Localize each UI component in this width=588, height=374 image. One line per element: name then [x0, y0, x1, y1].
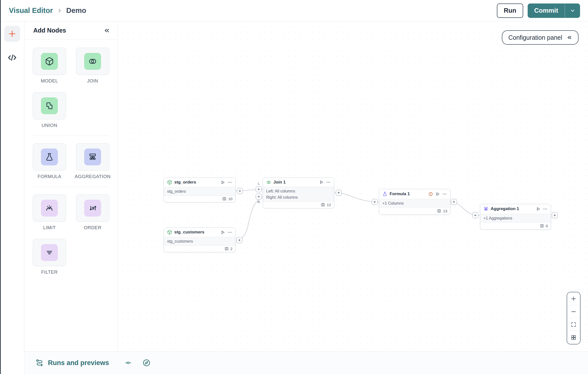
node-footer: 0	[480, 223, 551, 229]
palette-divider	[33, 187, 109, 187]
runs-and-previews-button[interactable]: Runs and previews	[35, 358, 109, 367]
node-play-button[interactable]	[220, 180, 225, 185]
input-handle-formula[interactable]	[372, 199, 378, 205]
output-handle-aggregation[interactable]	[552, 212, 558, 218]
node-aggregation-1[interactable]: Aggregation 1 +1 Aggregations 0	[480, 204, 551, 230]
input-handle-join-right[interactable]	[256, 194, 262, 200]
node-title: stg_orders	[174, 180, 196, 185]
column-count: 10	[228, 197, 232, 201]
palette-item-formula[interactable]: FORMULA	[33, 143, 66, 179]
palette-item-filter[interactable]: FILTER	[33, 239, 66, 275]
add-nodes-header: Add Nodes	[24, 21, 117, 40]
commit-node-button[interactable]	[124, 359, 132, 367]
node-menu-button[interactable]	[227, 180, 232, 185]
palette-item-label: ORDER	[84, 225, 102, 230]
node-footer: 12	[263, 202, 334, 208]
zoom-in-button[interactable]	[567, 292, 580, 305]
columns-icon	[437, 209, 441, 213]
node-body: Left: All columns Right: All columns	[263, 187, 334, 202]
commit-dropdown-button[interactable]	[565, 3, 580, 18]
node-stg-customers[interactable]: stg_customers stg_customers 2	[164, 227, 236, 252]
node-header: Join 1	[263, 178, 334, 187]
minimap-button[interactable]	[567, 331, 580, 344]
node-footer: 2	[164, 246, 235, 252]
bottom-bar: Runs and previews	[24, 351, 588, 374]
add-nodes-body: MODEL JOIN UNION FORMULA	[24, 40, 117, 275]
hierarchy-icon	[84, 149, 101, 165]
node-header: stg_orders	[164, 178, 235, 187]
node-menu-button[interactable]	[326, 180, 331, 185]
node-stg-orders[interactable]: stg_orders stg_orders 10	[164, 178, 236, 202]
git-commit-icon	[124, 359, 132, 367]
gauge-icon	[41, 200, 58, 217]
plus-icon	[570, 296, 577, 302]
output-handle-stg-orders[interactable]	[237, 188, 243, 194]
node-header: Formula 1	[379, 189, 450, 199]
minus-icon	[570, 308, 577, 315]
plus-icon	[8, 29, 17, 38]
columns-icon	[321, 203, 325, 207]
node-play-button[interactable]	[435, 192, 440, 196]
node-menu-button[interactable]	[227, 230, 232, 235]
breadcrumb-page-title: Demo	[66, 6, 86, 15]
node-footer: 13	[379, 208, 450, 215]
palette-group-refine: LIMIT ORDER FILTER	[33, 194, 109, 275]
venn-icon	[84, 53, 101, 70]
palette-item-label: AGGREGATION	[75, 174, 110, 179]
palette-item-join[interactable]: JOIN	[76, 48, 109, 84]
configuration-panel-button[interactable]: Configuration panel	[502, 30, 579, 45]
header-actions: Run Commit	[497, 3, 580, 18]
chevron-down-icon	[570, 8, 576, 14]
node-subtitle: +1 Aggregations	[483, 215, 548, 221]
code-view-button[interactable]	[4, 51, 20, 64]
node-subtitle: stg_customers	[167, 238, 232, 244]
node-menu-button[interactable]	[543, 207, 548, 211]
input-handle-aggregation[interactable]	[472, 212, 478, 218]
node-body: +1 Columns	[379, 199, 450, 208]
runs-and-previews-label: Runs and previews	[48, 359, 109, 367]
palette-item-aggregation[interactable]: AGGREGATION	[76, 143, 109, 179]
add-nodes-tab-button[interactable]	[4, 26, 20, 42]
node-play-button[interactable]	[536, 207, 541, 211]
flow-canvas[interactable]: Configuration panel stg_orders stg_order…	[118, 21, 588, 351]
breadcrumb-visual-editor[interactable]: Visual Editor	[9, 6, 53, 15]
add-nodes-panel: Add Nodes MODEL JOIN	[24, 21, 118, 351]
collapse-panel-button[interactable]	[103, 27, 110, 34]
filter-lines-icon	[41, 244, 58, 261]
commit-button[interactable]: Commit	[528, 3, 565, 18]
node-title: Formula 1	[390, 191, 410, 196]
flask-icon	[382, 191, 387, 196]
cube-icon	[41, 53, 58, 70]
palette-item-order[interactable]: ORDER	[76, 194, 109, 230]
flask-icon	[41, 149, 58, 165]
output-handle-stg-customers[interactable]	[236, 237, 242, 243]
node-footer: 10	[164, 196, 235, 202]
column-count: 2	[230, 247, 232, 251]
node-menu-button[interactable]	[442, 192, 447, 196]
column-count: 13	[443, 209, 447, 213]
node-join-1[interactable]: Join 1 Left: All columns Right: All colu…	[263, 178, 334, 208]
node-play-button[interactable]	[319, 180, 324, 185]
join-right-port-label: R	[256, 200, 262, 204]
input-handle-join-left[interactable]	[256, 186, 262, 192]
output-handle-join[interactable]	[336, 190, 342, 196]
palette-item-union[interactable]: UNION	[33, 92, 66, 128]
palette-item-limit[interactable]: LIMIT	[33, 194, 66, 230]
node-body: stg_customers	[164, 237, 235, 246]
grid-icon	[571, 335, 577, 340]
palette-item-label: FORMULA	[37, 174, 61, 179]
fit-view-button[interactable]	[567, 318, 580, 331]
node-subtitle: stg_orders	[167, 188, 232, 194]
breadcrumb-chevron-icon	[57, 8, 62, 13]
node-play-button[interactable]	[220, 230, 225, 235]
run-button[interactable]: Run	[497, 3, 523, 18]
node-subtitle: +1 Columns	[382, 200, 447, 206]
columns-icon	[222, 197, 226, 201]
explore-button[interactable]	[142, 359, 151, 367]
palette-item-model[interactable]: MODEL	[33, 48, 66, 84]
node-formula-1[interactable]: Formula 1 +1 Columns 13	[379, 189, 450, 215]
output-handle-formula[interactable]	[451, 199, 457, 205]
node-body: +1 Aggregations	[480, 214, 551, 223]
configuration-panel-label: Configuration panel	[508, 34, 562, 41]
zoom-out-button[interactable]	[567, 305, 580, 318]
